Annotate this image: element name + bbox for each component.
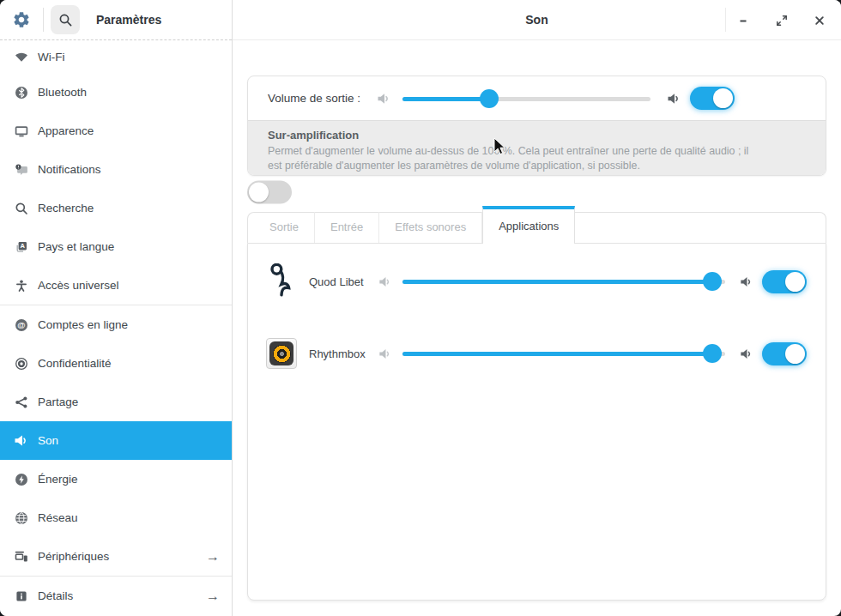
sidebar-item-label: Énergie: [38, 473, 78, 486]
svg-text:@: @: [17, 320, 25, 329]
accessibility-icon: [14, 278, 28, 293]
sidebar-item-reseau[interactable]: Réseau: [0, 498, 232, 537]
app-volume-row: Quod Libet: [265, 260, 807, 303]
over-amplification-title: Sur-amplification: [268, 129, 806, 142]
sidebar-item-partage[interactable]: Partage: [0, 383, 232, 421]
close-icon: [814, 15, 826, 27]
tab-sortie[interactable]: Sortie: [254, 212, 315, 243]
app-volume-slider[interactable]: [402, 271, 725, 292]
sidebar-item-pays-langue[interactable]: A Pays et langue: [0, 227, 232, 266]
applications-tab-panel: Quod Libet Rhythmbox: [247, 243, 826, 601]
sidebar-item-label: Son: [38, 434, 58, 447]
volume-high-icon: [739, 347, 753, 361]
sidebar-item-acces-universel[interactable]: Accès universel: [0, 266, 232, 305]
app-name: Rhythmbox: [309, 347, 374, 360]
tabstrip: Sortie Entrée Effets sonores Application…: [254, 206, 575, 243]
sidebar-item-label: Détails: [38, 589, 73, 602]
power-icon: [14, 472, 28, 486]
close-button[interactable]: [808, 9, 832, 33]
sidebar-item-label: Recherche: [38, 202, 94, 214]
header-separator: [43, 8, 44, 32]
sidebar-item-label: Accès universel: [38, 279, 119, 292]
search-icon: [14, 201, 28, 215]
sidebar-border: [232, 0, 233, 616]
app-volume-row: Rhythmbox: [265, 332, 807, 375]
volume-high-icon: [666, 91, 681, 106]
output-volume-label: Volume de sortie :: [268, 92, 360, 105]
app-volume-toggle[interactable]: [762, 270, 807, 293]
sidebar-item-label: Confidentialité: [38, 357, 112, 370]
quodlibet-app-icon: [265, 265, 298, 298]
restore-button[interactable]: [770, 9, 794, 33]
over-amplification-section: Sur-amplification Permet d'augmenter le …: [248, 120, 826, 175]
sidebar-item-bluetooth[interactable]: Bluetooth: [0, 73, 232, 112]
sidebar-item-label: Bluetooth: [38, 86, 87, 99]
sidebar-item-label: Réseau: [38, 511, 78, 524]
sidebar-item-label: Partage: [38, 396, 78, 408]
sidebar-item-label: Wi-Fi: [38, 51, 64, 63]
bluetooth-icon: [14, 85, 28, 100]
output-volume-row: Volume de sortie :: [248, 76, 826, 120]
slider-fill: [402, 352, 712, 356]
volume-low-icon: [376, 91, 391, 106]
devices-icon: [14, 549, 28, 564]
rhythmbox-app-icon: [265, 337, 298, 370]
sidebar-item-recherche[interactable]: Recherche: [0, 189, 232, 227]
sidebar-item-peripheriques[interactable]: Périphériques →: [0, 537, 232, 576]
privacy-icon: [14, 356, 28, 371]
svg-text:A: A: [20, 242, 25, 250]
restore-icon: [775, 14, 789, 27]
output-volume-toggle[interactable]: [690, 87, 735, 110]
notification-bubble-icon: [14, 162, 28, 177]
minimize-button[interactable]: [731, 9, 755, 33]
share-icon: [14, 395, 28, 409]
sidebar-item-label: Apparence: [38, 124, 94, 137]
slider-knob[interactable]: [703, 344, 722, 363]
minimize-icon: [737, 15, 749, 27]
tab-applications[interactable]: Applications: [482, 206, 575, 244]
sidebar-item-label: Pays et langue: [38, 240, 114, 253]
settings-window: Paramètres Son Wi-Fi Bluetooth Apparence: [0, 0, 841, 616]
mouse-cursor: [493, 137, 507, 160]
sidebar-item-energie[interactable]: Énergie: [0, 460, 232, 498]
sidebar-item-comptes[interactable]: @ Comptes en ligne: [0, 305, 232, 344]
network-globe-icon: [14, 510, 28, 525]
tab-effets-sonores[interactable]: Effets sonores: [379, 212, 482, 243]
chevron-right-icon: →: [206, 589, 220, 604]
slider-fill: [402, 280, 712, 284]
sidebar-item-label: Comptes en ligne: [38, 318, 128, 331]
toggle-knob: [713, 88, 733, 108]
tab-entree[interactable]: Entrée: [315, 212, 379, 243]
sidebar-item-confidentialite[interactable]: Confidentialité: [0, 344, 232, 383]
wifi-icon: [14, 50, 28, 64]
app-volume-slider[interactable]: [402, 343, 725, 364]
slider-fill: [402, 97, 489, 101]
output-volume-card: Volume de sortie : Sur-amplification Per…: [247, 75, 826, 176]
over-amplification-toggle[interactable]: [247, 180, 292, 203]
volume-high-icon: [739, 275, 753, 289]
language-icon: A: [14, 239, 28, 254]
display-icon: [14, 124, 28, 138]
sidebar-item-wifi[interactable]: Wi-Fi: [0, 40, 232, 73]
app-volume-toggle[interactable]: [762, 342, 807, 365]
toggle-knob: [249, 182, 269, 202]
sound-icon: [14, 433, 28, 448]
sidebar-item-notifications[interactable]: Notifications: [0, 150, 232, 189]
slider-knob[interactable]: [703, 272, 722, 291]
sidebar-item-label: Périphériques: [38, 550, 109, 563]
over-amplification-description: Permet d'augmenter le volume au-dessus d…: [268, 144, 753, 172]
gear-icon: [12, 10, 31, 33]
sidebar-item-son[interactable]: Son: [0, 421, 232, 460]
slider-knob[interactable]: [480, 89, 499, 108]
volume-low-icon: [378, 347, 392, 361]
toggle-knob: [785, 344, 805, 364]
search-button[interactable]: [51, 5, 80, 34]
sidebar-headerbar: Paramètres: [0, 0, 232, 40]
app-name: Quod Libet: [309, 275, 374, 288]
output-volume-slider[interactable]: [402, 88, 650, 109]
toggle-knob: [785, 272, 805, 292]
sidebar-item-apparence[interactable]: Apparence: [0, 112, 232, 150]
sidebar-item-details[interactable]: Détails →: [0, 577, 232, 615]
main-headerbar: Son: [233, 0, 841, 40]
volume-low-icon: [378, 275, 392, 289]
